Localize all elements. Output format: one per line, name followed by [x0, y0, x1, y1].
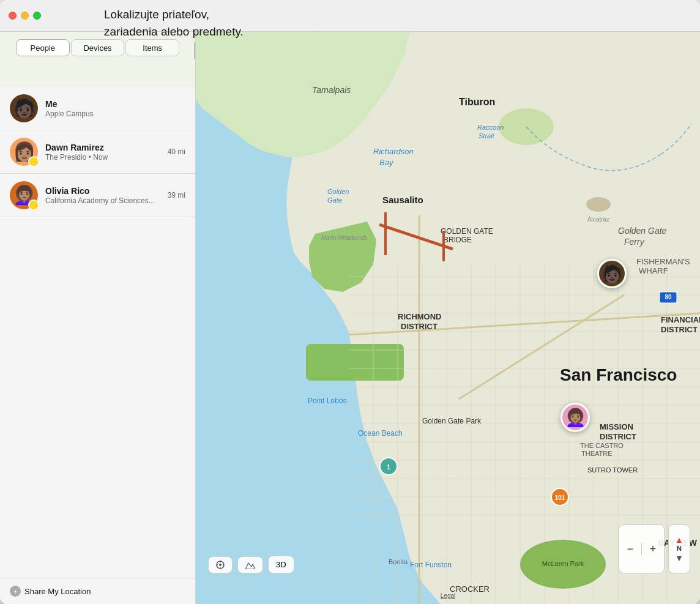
svg-text:Raccoon: Raccoon [477, 124, 504, 131]
svg-text:Ferry: Ferry [624, 237, 645, 247]
maximize-button[interactable] [33, 12, 41, 20]
person-name-me: Me [45, 99, 178, 109]
legal-link[interactable]: Legal [441, 592, 455, 599]
svg-text:Richardson: Richardson [373, 147, 414, 156]
zoom-controls: − + [619, 524, 665, 573]
share-location-label: Share My Location [24, 587, 91, 596]
svg-text:Golden: Golden [327, 188, 349, 195]
svg-text:Tiburon: Tiburon [459, 97, 495, 107]
3d-button[interactable]: 3D [268, 556, 294, 573]
svg-text:San Francisco: San Francisco [560, 365, 677, 384]
main-content: People Devices Items 🧑🏿 [0, 32, 700, 604]
tabs-container: People Devices Items [10, 39, 185, 61]
svg-text:Alcatraz: Alcatraz [587, 216, 609, 223]
person-info-dawn: Dawn Ramirez The Presidio • Now [45, 143, 160, 162]
svg-text:CROCKER: CROCKER [450, 584, 490, 594]
svg-point-78 [586, 197, 611, 212]
person-name-dawn: Dawn Ramirez [45, 143, 160, 152]
svg-text:Bay: Bay [379, 158, 394, 167]
svg-text:Golden Gate Park: Golden Gate Park [422, 417, 482, 425]
compass-button[interactable]: ▲ N ▼ [668, 524, 690, 573]
map-controls-left: 3D [208, 556, 294, 573]
svg-text:RICHMOND: RICHMOND [398, 312, 442, 321]
person-location-olivia: California Academy of Sciences... [45, 196, 160, 205]
svg-text:Gate: Gate [327, 196, 342, 204]
person-item-dawn[interactable]: 👩🏽 ⭐ Dawn Ramirez The Presidio • Now 40 … [0, 130, 195, 174]
svg-text:80: 80 [665, 294, 672, 300]
tab-devices[interactable]: Devices [71, 39, 125, 56]
zoom-in-button[interactable]: + [642, 539, 664, 559]
svg-text:WHARF: WHARF [639, 266, 668, 275]
people-list: 🧑🏿 Me Apple Campus 👩🏽 ⭐ [0, 87, 195, 578]
svg-marker-89 [245, 563, 255, 569]
close-button[interactable] [9, 12, 17, 20]
traffic-lights [9, 12, 41, 20]
svg-text:DISTRICT: DISTRICT [401, 322, 438, 331]
app-window: Lokalizujte priateľov, zariadenia alebo … [0, 0, 700, 604]
callout-area: People Devices Items [0, 32, 195, 87]
svg-text:1: 1 [387, 463, 390, 471]
person-location-dawn: The Presidio • Now [45, 153, 160, 162]
person-info-me: Me Apple Campus [45, 99, 178, 118]
map-controls-right: − + ▲ N ▼ [619, 524, 690, 573]
avatar-container-me: 🧑🏿 [10, 94, 38, 122]
person-location-me: Apple Campus [45, 110, 178, 118]
svg-text:Bonita: Bonita [389, 558, 408, 565]
svg-text:DISTRICT: DISTRICT [600, 432, 636, 441]
zoom-out-button[interactable]: − [619, 539, 641, 559]
badge-olivia: ⭐ [28, 199, 39, 211]
svg-text:THEATRE: THEATRE [581, 450, 612, 457]
map-pin-olivia[interactable]: 👩🏽‍🦱 [560, 403, 590, 432]
svg-text:Sausalito: Sausalito [382, 195, 423, 205]
avatar-emoji-me: 🧑🏿 [13, 99, 35, 117]
avatar-container-dawn: 👩🏽 ⭐ [10, 138, 38, 166]
share-location-icon: ＋ [10, 586, 21, 597]
person-item-me[interactable]: 🧑🏿 Me Apple Campus [0, 87, 195, 130]
svg-text:Marin Headlands: Marin Headlands [321, 234, 368, 241]
svg-rect-5 [306, 344, 404, 381]
svg-text:Strait: Strait [478, 132, 495, 140]
person-distance-olivia: 39 mi [168, 191, 185, 199]
svg-text:MISSION: MISSION [600, 422, 633, 431]
map-type-button[interactable] [237, 556, 263, 573]
svg-text:FISHERMAN'S: FISHERMAN'S [636, 257, 690, 266]
svg-text:GOLDEN GATE: GOLDEN GATE [441, 227, 493, 236]
svg-text:Fort Funston: Fort Funston [410, 561, 452, 569]
svg-text:SUTRO TOWER: SUTRO TOWER [587, 466, 638, 474]
avatar-me: 🧑🏿 [10, 94, 38, 122]
3d-label: 3D [276, 560, 286, 569]
sidebar: People Devices Items 🧑🏿 [0, 32, 196, 604]
svg-text:Tamalpais: Tamalpais [312, 85, 351, 95]
compass-arrow-icon: ▲ [675, 535, 683, 545]
person-info-olivia: Olivia Rico California Academy of Scienc… [45, 186, 160, 205]
tab-items[interactable]: Items [125, 39, 179, 56]
map-pin-avatar-olivia: 👩🏽‍🦱 [560, 403, 590, 432]
minimize-button[interactable] [21, 12, 29, 20]
person-item-olivia[interactable]: 👩🏽‍🦱 ⭐ Olivia Rico California Academy of… [0, 174, 195, 217]
svg-text:Golden Gate: Golden Gate [618, 226, 667, 236]
svg-text:FINANCIAL: FINANCIAL [661, 315, 700, 324]
badge-dawn: ⭐ [28, 156, 39, 167]
svg-text:McLaren Park: McLaren Park [542, 560, 584, 567]
svg-point-84 [219, 564, 222, 566]
svg-text:BRIDGE: BRIDGE [444, 236, 472, 244]
svg-text:Point Lobos: Point Lobos [308, 397, 346, 405]
titlebar [0, 0, 700, 32]
svg-text:101: 101 [555, 494, 565, 501]
map-background: 1 101 80 McLaren Park Tamalpais Richards… [196, 32, 700, 604]
person-distance-dawn: 40 mi [168, 147, 185, 156]
svg-text:Ocean Beach: Ocean Beach [358, 429, 403, 438]
person-name-olivia: Olivia Rico [45, 186, 160, 196]
svg-text:THE CASTRO: THE CASTRO [580, 442, 624, 449]
map-pin-me[interactable]: 🧑🏿 [597, 259, 627, 288]
compass-north-label: N [677, 545, 682, 552]
share-location-footer[interactable]: ＋ Share My Location [0, 578, 195, 604]
svg-text:DISTRICT: DISTRICT [661, 325, 698, 334]
tab-people[interactable]: People [16, 39, 70, 56]
avatar-container-olivia: 👩🏽‍🦱 ⭐ [10, 181, 38, 209]
location-button[interactable] [208, 556, 233, 573]
map-container[interactable]: 1 101 80 McLaren Park Tamalpais Richards… [196, 32, 700, 604]
map-pin-avatar-me: 🧑🏿 [597, 259, 627, 288]
